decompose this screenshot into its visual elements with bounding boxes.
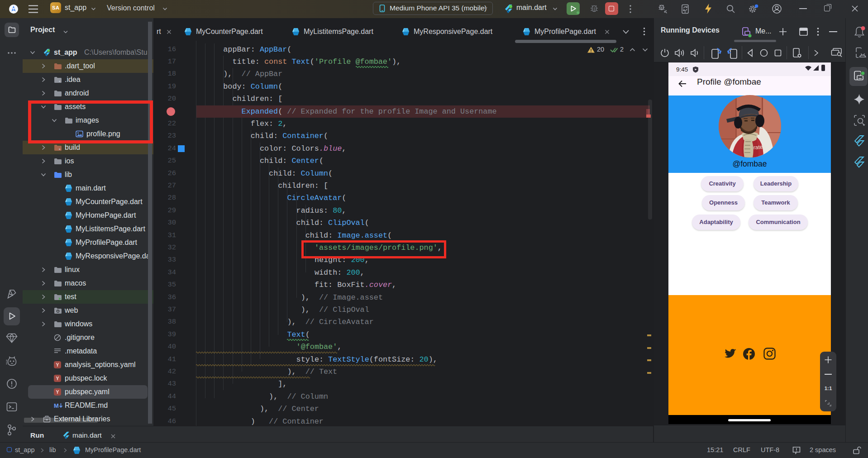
svg-text:*: * <box>59 148 61 151</box>
svg-text:M: M <box>54 402 59 409</box>
svg-text:rates: rates <box>753 143 766 151</box>
svg-text:*: * <box>59 80 61 83</box>
